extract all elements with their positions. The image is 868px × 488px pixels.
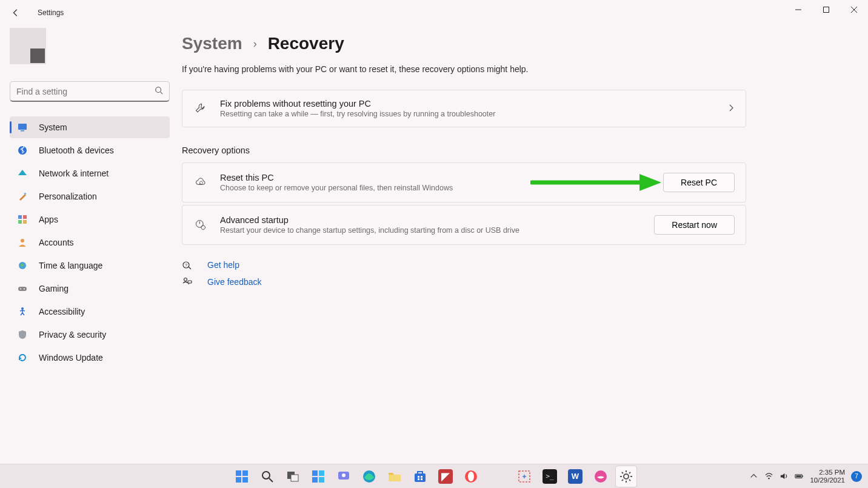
give-feedback-link[interactable]: Give feedback [207, 277, 262, 287]
sidebar-item-label: Privacy & security [39, 330, 106, 339]
search-box[interactable] [10, 81, 170, 102]
svg-rect-40 [418, 478, 419, 480]
explorer-button[interactable] [384, 466, 406, 487]
svg-rect-49 [803, 476, 803, 477]
svg-rect-12 [18, 287, 27, 291]
edge-icon [362, 469, 376, 484]
notification-badge[interactable]: 7 [851, 471, 862, 482]
task-view-icon [285, 469, 300, 484]
opera-icon [464, 469, 478, 484]
option-title: Reset this PC [220, 173, 651, 182]
start-button[interactable] [231, 466, 253, 487]
sidebar-item-privacy[interactable]: Privacy & security [10, 324, 170, 346]
chevron-right-icon: › [253, 38, 257, 50]
sidebar-item-label: Gaming [39, 284, 68, 293]
option-title: Advanced startup [220, 215, 642, 225]
titlebar: Settings [0, 0, 868, 25]
svg-point-15 [21, 307, 24, 310]
svg-point-20 [184, 278, 187, 281]
wrench-icon [193, 101, 208, 116]
opera-button[interactable] [460, 466, 482, 487]
sidebar-item-bluetooth[interactable]: Bluetooth & devices [10, 139, 170, 161]
snip-button[interactable] [513, 466, 535, 487]
svg-rect-24 [236, 477, 241, 483]
close-button[interactable] [840, 0, 868, 19]
help-icon: ? [182, 259, 193, 270]
card-title: Fix problems without resetting your PC [220, 99, 715, 109]
svg-text:?: ? [185, 263, 187, 267]
taskbar: ◤ >_ W 2:35 PM 10/29/2021 7 [0, 464, 868, 488]
svg-rect-2 [18, 124, 27, 130]
svg-rect-37 [415, 473, 426, 482]
terminal-button[interactable]: >_ [539, 466, 561, 487]
sidebar-item-label: Apps [39, 215, 58, 224]
sidebar-item-accounts[interactable]: Accounts [10, 232, 170, 253]
svg-rect-22 [236, 470, 241, 476]
system-tray[interactable] [749, 472, 804, 481]
clock[interactable]: 2:35 PM 10/29/2021 [810, 469, 845, 484]
sidebar-item-system[interactable]: System [10, 116, 170, 138]
sidebar-item-label: Personalization [39, 192, 97, 201]
wifi-tray-icon[interactable] [764, 472, 773, 481]
profile-block[interactable] [10, 32, 170, 69]
svg-rect-41 [421, 478, 422, 480]
gamepad-icon [17, 283, 28, 294]
svg-rect-7 [23, 215, 27, 219]
page-description: If you're having problems with your PC o… [182, 64, 832, 74]
svg-rect-21 [188, 281, 192, 283]
widgets-button[interactable] [307, 466, 329, 487]
option-text: Reset this PC Choose to keep or remove y… [220, 173, 651, 192]
edge-button[interactable] [358, 466, 380, 487]
battery-icon[interactable] [795, 472, 804, 481]
snip-icon [517, 469, 532, 484]
reset-pc-row: Reset this PC Choose to keep or remove y… [182, 162, 746, 202]
chevron-up-icon[interactable] [749, 472, 758, 481]
volume-icon[interactable] [780, 472, 789, 481]
sidebar-item-accessibility[interactable]: Accessibility [10, 301, 170, 323]
back-button[interactable] [8, 5, 23, 20]
app-title: Settings [38, 8, 64, 17]
gear-icon [619, 469, 633, 484]
chat-button[interactable] [333, 466, 355, 487]
breadcrumb: System › Recovery [182, 34, 832, 53]
get-help-link[interactable]: Get help [207, 260, 239, 270]
troubleshoot-card[interactable]: Fix problems without resetting your PC R… [182, 90, 746, 127]
search-input[interactable] [16, 87, 155, 96]
task-view-button[interactable] [282, 466, 304, 487]
content: System › Recovery If you're having probl… [182, 25, 868, 464]
svg-rect-29 [312, 470, 318, 476]
help-links: ? Get help Give feedback [182, 259, 832, 287]
card-subtitle: Resetting can take a while — first, try … [220, 110, 715, 118]
search-button[interactable] [256, 466, 278, 487]
restart-now-button[interactable]: Restart now [654, 215, 735, 235]
sidebar-item-network[interactable]: Network & internet [10, 162, 170, 184]
option-text: Advanced startup Restart your device to … [220, 215, 642, 235]
svg-rect-31 [312, 477, 318, 483]
settings-taskbar-button[interactable] [615, 466, 637, 487]
svg-rect-25 [242, 477, 248, 483]
paintbrush-icon [17, 191, 28, 202]
sidebar-item-update[interactable]: Windows Update [10, 347, 170, 369]
store-button[interactable] [409, 466, 431, 487]
app-red-button[interactable]: ◤ [435, 466, 456, 487]
sidebar-item-time[interactable]: Time & language [10, 255, 170, 276]
word-button[interactable]: W [564, 466, 586, 487]
sidebar-item-label: Accounts [39, 238, 74, 247]
sidebar-item-gaming[interactable]: Gaming [10, 278, 170, 299]
maximize-button[interactable] [812, 0, 840, 19]
apps-icon [17, 214, 28, 225]
svg-rect-23 [242, 470, 248, 476]
sidebar-item-label: Windows Update [39, 353, 103, 363]
sidebar-item-apps[interactable]: Apps [10, 209, 170, 230]
svg-rect-50 [796, 475, 801, 477]
svg-rect-6 [18, 215, 22, 219]
taskbar-right: 2:35 PM 10/29/2021 7 [749, 469, 868, 484]
svg-rect-38 [418, 476, 419, 478]
minimize-button[interactable] [784, 0, 812, 19]
sidebar-item-personalization[interactable]: Personalization [10, 186, 170, 207]
update-icon [17, 352, 28, 363]
app-pink-button[interactable] [590, 466, 612, 487]
reset-pc-button[interactable]: Reset PC [663, 173, 735, 192]
svg-rect-8 [18, 220, 22, 224]
breadcrumb-parent[interactable]: System [182, 34, 242, 53]
